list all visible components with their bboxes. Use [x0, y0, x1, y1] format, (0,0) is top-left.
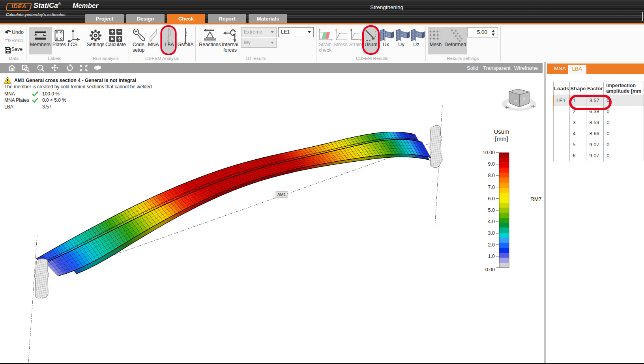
svg-text:AM1: AM1	[277, 192, 286, 197]
svg-text:4.0: 4.0	[488, 219, 495, 224]
svg-text:10.00: 10.00	[483, 150, 495, 155]
svg-text:9.0: 9.0	[488, 161, 495, 167]
svg-text:6.0: 6.0	[488, 196, 495, 202]
svg-text:RM7: RM7	[530, 196, 542, 202]
svg-text:Usum: Usum	[494, 128, 509, 135]
svg-text:7.0: 7.0	[488, 185, 495, 190]
svg-text:8.0: 8.0	[488, 173, 495, 178]
svg-text:[mm]: [mm]	[495, 135, 508, 142]
svg-text:5.0: 5.0	[488, 207, 495, 213]
svg-text:3.0: 3.0	[488, 230, 495, 236]
svg-text:1.0: 1.0	[488, 254, 495, 259]
svg-text:2.0: 2.0	[488, 242, 495, 248]
svg-text:0.00: 0.00	[485, 267, 495, 273]
svg-text:+X: +X	[514, 100, 517, 103]
